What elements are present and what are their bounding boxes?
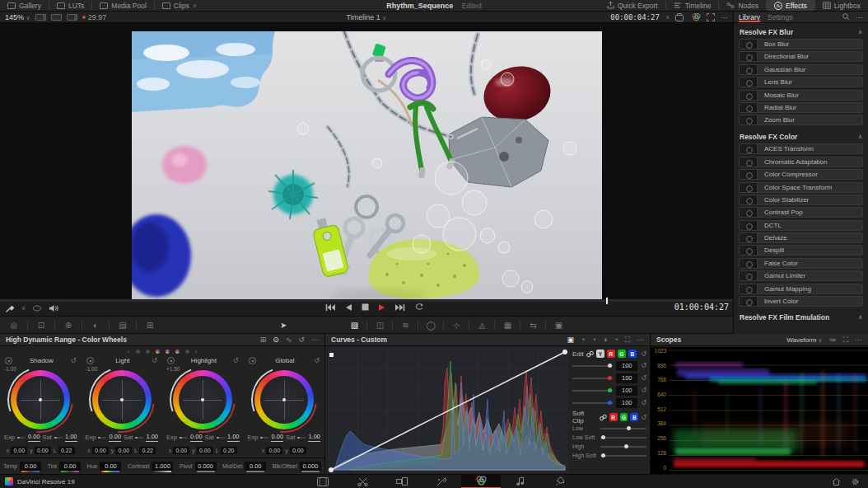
tab-library[interactable]: Library — [739, 12, 760, 22]
sat-value[interactable]: 1.00 — [65, 433, 77, 442]
fx-item-gamut-limiter[interactable]: Gamut Limiter — [739, 270, 863, 281]
options-icon[interactable]: ··· — [637, 336, 644, 344]
media-pool-button[interactable]: Media Pool — [92, 0, 154, 11]
fusion-page-button[interactable] — [422, 475, 461, 488]
fx-item-color-stabilizer[interactable]: Color Stabilizer — [739, 195, 863, 205]
gamut-indicator-icon[interactable] — [692, 12, 701, 21]
fx-item-gaussian-blur[interactable]: Gaussian Blur — [739, 64, 863, 75]
softclip-r-button[interactable]: R — [609, 413, 618, 421]
zone-target-icon[interactable] — [86, 357, 94, 364]
page-prev-icon[interactable]: ‹ — [128, 348, 130, 355]
play-reverse-button[interactable] — [345, 303, 352, 312]
eyedropper-icon[interactable] — [5, 303, 15, 313]
fx-section-film-emulation[interactable]: Resolve FX Film Emulation ∧ — [734, 311, 868, 324]
fx-item-mosaic-blur[interactable]: Mosaic Blur — [739, 90, 863, 101]
y-value[interactable]: 0.00 — [197, 447, 213, 454]
exp-value[interactable]: 0.00 — [190, 433, 203, 442]
low-slider[interactable] — [600, 428, 646, 429]
fx-item-zoom-blur[interactable]: Zoom Blur — [739, 115, 863, 125]
project-settings-gear-icon[interactable] — [851, 477, 860, 486]
camera-raw-palette-icon[interactable]: ◎ — [3, 321, 25, 330]
y-value[interactable]: 0.00 — [35, 447, 51, 454]
chevron-down-icon[interactable]: ∨ — [21, 305, 26, 312]
y-channel-value[interactable]: 100 — [616, 361, 637, 371]
fx-item-box-blur[interactable]: Box Blur — [739, 39, 863, 49]
options-icon[interactable]: ··· — [855, 336, 862, 344]
reset-icon[interactable]: ↺ — [71, 357, 77, 364]
rgb-mixer-palette-icon[interactable]: ▤ — [112, 321, 133, 330]
page-dot-active[interactable] — [166, 350, 170, 354]
softclip-g-button[interactable]: G — [620, 413, 628, 421]
y-channel-slider[interactable] — [572, 365, 613, 367]
luts-button[interactable]: LUTs — [49, 0, 91, 11]
viewer-area[interactable] — [0, 23, 733, 299]
l-value[interactable]: 0.22 — [139, 447, 156, 454]
fx-item-false-color[interactable]: False Color — [739, 258, 863, 269]
fx-item-chromatic-adaptation[interactable]: Chromatic Adaptation — [739, 157, 863, 167]
fx-section-color[interactable]: Resolve FX Color ∧ — [734, 130, 868, 143]
l-value[interactable]: 0.20 — [221, 447, 237, 454]
histogram-toggle-icon[interactable]: ▣ — [567, 336, 574, 344]
fx-item-color-space-transform[interactable]: Color Space Transform — [739, 182, 863, 193]
r-channel-slider[interactable] — [572, 378, 613, 379]
blk-offset-value[interactable]: 0.000 — [300, 462, 321, 471]
page-dot[interactable] — [185, 350, 189, 354]
options-icon[interactable]: ··· — [311, 336, 319, 344]
exp-value[interactable]: 0.00 — [271, 433, 283, 442]
fx-item-dctl[interactable]: DCTL — [739, 220, 863, 231]
channel-g-button[interactable]: G — [618, 350, 626, 358]
channel-b-button[interactable]: B — [628, 350, 637, 358]
magic-mask-palette-icon[interactable]: ◬ — [472, 321, 492, 330]
exp-value[interactable]: 0.00 — [28, 433, 40, 442]
wheel-mode-icon[interactable]: ⊙ — [273, 336, 279, 344]
viewer-scrub-bar[interactable] — [0, 299, 733, 302]
link-channels-icon[interactable] — [600, 414, 607, 421]
hdr-wheels-palette-icon[interactable]: ◐ — [85, 321, 106, 330]
light-color-wheel[interactable] — [92, 370, 152, 429]
g-channel-value[interactable]: 100 — [616, 386, 637, 396]
grab-still-icon[interactable] — [675, 13, 686, 21]
play-button[interactable] — [378, 303, 385, 312]
key-palette-icon[interactable]: ⇆ — [523, 321, 543, 330]
expand-icon[interactable]: ⛶ — [625, 336, 630, 345]
tracker-palette-icon[interactable]: ⊹ — [446, 321, 466, 330]
fx-section-blur[interactable]: Resolve FX Blur ∧ — [734, 26, 868, 39]
page-dot-active[interactable] — [175, 350, 180, 354]
y-value[interactable]: 0.00 — [115, 447, 132, 454]
x-value[interactable]: 0.00 — [11, 447, 27, 454]
reset-icon[interactable]: ↺ — [641, 387, 646, 394]
g-channel-slider[interactable] — [572, 390, 613, 392]
sat-value[interactable]: 1.00 — [308, 433, 320, 442]
reset-icon[interactable]: ↺ — [233, 357, 239, 364]
effects-panel-button[interactable]: fx Effects — [767, 0, 814, 11]
audio-mute-icon[interactable] — [49, 304, 58, 312]
sat-value[interactable]: 1.00 — [146, 433, 158, 442]
softclip-b-button[interactable]: B — [630, 413, 638, 421]
sat-slider[interactable] — [297, 437, 306, 439]
curve-preset-icon[interactable]: ◑ — [603, 336, 607, 344]
fairlight-page-button[interactable] — [501, 475, 540, 488]
curves-graph[interactable] — [328, 348, 568, 473]
media-page-button[interactable] — [303, 475, 343, 488]
page-dot-active[interactable] — [156, 350, 160, 354]
sat-slider[interactable] — [217, 437, 225, 439]
timeline-panel-button[interactable]: Timeline — [666, 0, 719, 11]
low-soft-slider[interactable] — [600, 437, 646, 439]
options-icon[interactable]: ··· — [856, 13, 863, 21]
sat-value[interactable]: 1.00 — [227, 433, 240, 442]
sat-slider[interactable] — [54, 437, 63, 439]
x-value[interactable]: 0.00 — [266, 447, 282, 454]
fx-item-invert-color[interactable]: Invert Color — [739, 296, 863, 307]
playhead[interactable] — [606, 298, 608, 304]
color-match-palette-icon[interactable]: ⊡ — [30, 321, 52, 330]
stop-button[interactable] — [362, 303, 369, 311]
curve-preset-icon[interactable]: ◔ — [591, 336, 595, 344]
add-window-icon[interactable]: ⊞ — [260, 336, 267, 344]
channel-r-button[interactable]: R — [607, 350, 615, 358]
color-page-button[interactable] — [461, 475, 501, 488]
curve-preset-icon[interactable]: ◔ — [614, 336, 618, 344]
curve-preset-icon[interactable]: ◔ — [581, 336, 585, 344]
gallery-button[interactable]: Gallery — [0, 0, 49, 11]
color-wheels-palette-icon[interactable]: ⊕ — [58, 321, 79, 330]
curves-palette-icon[interactable]: ▨ — [344, 321, 364, 330]
